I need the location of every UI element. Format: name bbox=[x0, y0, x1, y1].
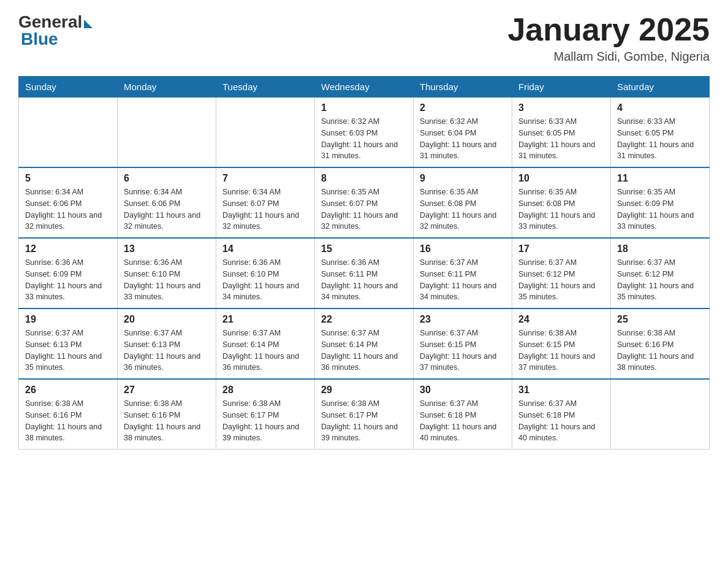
day-number: 18 bbox=[617, 243, 703, 255]
calendar-table: SundayMondayTuesdayWednesdayThursdayFrid… bbox=[18, 76, 710, 450]
day-number: 30 bbox=[420, 385, 506, 396]
calendar-day-17: 17Sunrise: 6:37 AMSunset: 6:12 PMDayligh… bbox=[512, 238, 611, 308]
weekday-header-thursday: Thursday bbox=[414, 77, 512, 98]
calendar-day-21: 21Sunrise: 6:37 AMSunset: 6:14 PMDayligh… bbox=[216, 308, 315, 379]
calendar-day-23: 23Sunrise: 6:37 AMSunset: 6:15 PMDayligh… bbox=[414, 308, 512, 379]
weekday-header-saturday: Saturday bbox=[611, 77, 710, 98]
calendar-day-14: 14Sunrise: 6:36 AMSunset: 6:10 PMDayligh… bbox=[216, 238, 315, 308]
day-info: Sunrise: 6:35 AMSunset: 6:07 PMDaylight:… bbox=[321, 186, 407, 232]
day-info: Sunrise: 6:33 AMSunset: 6:05 PMDaylight:… bbox=[617, 116, 703, 162]
day-number: 28 bbox=[222, 385, 308, 396]
day-number: 9 bbox=[420, 173, 506, 184]
day-number: 31 bbox=[518, 385, 604, 396]
calendar-day-29: 29Sunrise: 6:38 AMSunset: 6:17 PMDayligh… bbox=[315, 379, 414, 450]
day-info: Sunrise: 6:38 AMSunset: 6:15 PMDaylight:… bbox=[518, 327, 604, 373]
calendar-empty-cell bbox=[216, 98, 315, 168]
day-number: 23 bbox=[420, 314, 506, 325]
day-number: 22 bbox=[321, 314, 407, 325]
calendar-day-15: 15Sunrise: 6:36 AMSunset: 6:11 PMDayligh… bbox=[315, 238, 414, 308]
calendar-day-10: 10Sunrise: 6:35 AMSunset: 6:08 PMDayligh… bbox=[512, 167, 611, 238]
day-info: Sunrise: 6:36 AMSunset: 6:09 PMDaylight:… bbox=[25, 257, 111, 303]
day-info: Sunrise: 6:32 AMSunset: 6:03 PMDaylight:… bbox=[321, 116, 407, 162]
day-info: Sunrise: 6:37 AMSunset: 6:13 PMDaylight:… bbox=[25, 327, 111, 373]
day-info: Sunrise: 6:37 AMSunset: 6:14 PMDaylight:… bbox=[321, 327, 407, 373]
day-info: Sunrise: 6:38 AMSunset: 6:17 PMDaylight:… bbox=[222, 398, 308, 444]
calendar-day-19: 19Sunrise: 6:37 AMSunset: 6:13 PMDayligh… bbox=[19, 308, 118, 379]
calendar-empty-cell bbox=[611, 379, 710, 450]
day-number: 16 bbox=[420, 243, 506, 255]
day-number: 12 bbox=[25, 243, 111, 255]
day-info: Sunrise: 6:37 AMSunset: 6:15 PMDaylight:… bbox=[420, 327, 506, 373]
weekday-header-row: SundayMondayTuesdayWednesdayThursdayFrid… bbox=[19, 77, 710, 98]
day-number: 7 bbox=[222, 173, 308, 184]
calendar-day-5: 5Sunrise: 6:34 AMSunset: 6:06 PMDaylight… bbox=[19, 167, 118, 238]
calendar-day-13: 13Sunrise: 6:36 AMSunset: 6:10 PMDayligh… bbox=[118, 238, 216, 308]
day-info: Sunrise: 6:35 AMSunset: 6:09 PMDaylight:… bbox=[617, 186, 703, 232]
day-info: Sunrise: 6:38 AMSunset: 6:16 PMDaylight:… bbox=[124, 398, 210, 444]
day-number: 19 bbox=[25, 314, 111, 325]
weekday-header-wednesday: Wednesday bbox=[315, 77, 414, 98]
day-number: 21 bbox=[222, 314, 308, 325]
day-info: Sunrise: 6:34 AMSunset: 6:06 PMDaylight:… bbox=[124, 186, 210, 232]
title-section: January 2025 Mallam Sidi, Gombe, Nigeria bbox=[507, 12, 710, 64]
day-info: Sunrise: 6:37 AMSunset: 6:12 PMDaylight:… bbox=[518, 257, 604, 303]
calendar-day-16: 16Sunrise: 6:37 AMSunset: 6:11 PMDayligh… bbox=[414, 238, 512, 308]
weekday-header-friday: Friday bbox=[512, 77, 611, 98]
calendar-day-20: 20Sunrise: 6:37 AMSunset: 6:13 PMDayligh… bbox=[118, 308, 216, 379]
month-title: January 2025 bbox=[507, 12, 710, 47]
calendar-week-row: 5Sunrise: 6:34 AMSunset: 6:06 PMDaylight… bbox=[19, 167, 710, 238]
weekday-header-sunday: Sunday bbox=[19, 77, 118, 98]
day-number: 5 bbox=[25, 173, 111, 184]
page-header: General Blue January 2025 Mallam Sidi, G… bbox=[18, 12, 710, 64]
calendar-day-12: 12Sunrise: 6:36 AMSunset: 6:09 PMDayligh… bbox=[19, 238, 118, 308]
calendar-day-8: 8Sunrise: 6:35 AMSunset: 6:07 PMDaylight… bbox=[315, 167, 414, 238]
logo-arrow-icon bbox=[84, 20, 93, 28]
day-info: Sunrise: 6:34 AMSunset: 6:06 PMDaylight:… bbox=[25, 186, 111, 232]
day-number: 10 bbox=[518, 173, 604, 184]
calendar-day-11: 11Sunrise: 6:35 AMSunset: 6:09 PMDayligh… bbox=[611, 167, 710, 238]
logo-blue-text: Blue bbox=[21, 29, 93, 49]
day-info: Sunrise: 6:38 AMSunset: 6:16 PMDaylight:… bbox=[25, 398, 111, 444]
day-info: Sunrise: 6:37 AMSunset: 6:12 PMDaylight:… bbox=[617, 257, 703, 303]
location: Mallam Sidi, Gombe, Nigeria bbox=[507, 50, 710, 64]
day-number: 20 bbox=[124, 314, 210, 325]
logo: General Blue bbox=[18, 12, 93, 49]
day-info: Sunrise: 6:35 AMSunset: 6:08 PMDaylight:… bbox=[518, 186, 604, 232]
day-number: 1 bbox=[321, 102, 407, 113]
day-info: Sunrise: 6:37 AMSunset: 6:11 PMDaylight:… bbox=[420, 257, 506, 303]
day-info: Sunrise: 6:37 AMSunset: 6:18 PMDaylight:… bbox=[420, 398, 506, 444]
calendar-day-2: 2Sunrise: 6:32 AMSunset: 6:04 PMDaylight… bbox=[414, 98, 512, 168]
calendar-day-4: 4Sunrise: 6:33 AMSunset: 6:05 PMDaylight… bbox=[611, 98, 710, 168]
day-number: 8 bbox=[321, 173, 407, 184]
calendar-day-27: 27Sunrise: 6:38 AMSunset: 6:16 PMDayligh… bbox=[118, 379, 216, 450]
day-info: Sunrise: 6:36 AMSunset: 6:10 PMDaylight:… bbox=[222, 257, 308, 303]
day-info: Sunrise: 6:35 AMSunset: 6:08 PMDaylight:… bbox=[420, 186, 506, 232]
calendar-week-row: 1Sunrise: 6:32 AMSunset: 6:03 PMDaylight… bbox=[19, 98, 710, 168]
day-info: Sunrise: 6:38 AMSunset: 6:16 PMDaylight:… bbox=[617, 327, 703, 373]
calendar-day-22: 22Sunrise: 6:37 AMSunset: 6:14 PMDayligh… bbox=[315, 308, 414, 379]
calendar-day-9: 9Sunrise: 6:35 AMSunset: 6:08 PMDaylight… bbox=[414, 167, 512, 238]
calendar-day-25: 25Sunrise: 6:38 AMSunset: 6:16 PMDayligh… bbox=[611, 308, 710, 379]
day-number: 17 bbox=[518, 243, 604, 255]
calendar-day-30: 30Sunrise: 6:37 AMSunset: 6:18 PMDayligh… bbox=[414, 379, 512, 450]
calendar-day-28: 28Sunrise: 6:38 AMSunset: 6:17 PMDayligh… bbox=[216, 379, 315, 450]
day-number: 6 bbox=[124, 173, 210, 184]
day-info: Sunrise: 6:32 AMSunset: 6:04 PMDaylight:… bbox=[420, 116, 506, 162]
day-info: Sunrise: 6:37 AMSunset: 6:14 PMDaylight:… bbox=[222, 327, 308, 373]
day-info: Sunrise: 6:37 AMSunset: 6:13 PMDaylight:… bbox=[124, 327, 210, 373]
calendar-day-7: 7Sunrise: 6:34 AMSunset: 6:07 PMDaylight… bbox=[216, 167, 315, 238]
calendar-week-row: 26Sunrise: 6:38 AMSunset: 6:16 PMDayligh… bbox=[19, 379, 710, 450]
day-number: 26 bbox=[25, 385, 111, 396]
day-number: 4 bbox=[617, 102, 703, 113]
day-number: 14 bbox=[222, 243, 308, 255]
day-number: 11 bbox=[617, 173, 703, 184]
calendar-empty-cell bbox=[118, 98, 216, 168]
weekday-header-monday: Monday bbox=[118, 77, 216, 98]
day-number: 15 bbox=[321, 243, 407, 255]
calendar-day-26: 26Sunrise: 6:38 AMSunset: 6:16 PMDayligh… bbox=[19, 379, 118, 450]
calendar-day-3: 3Sunrise: 6:33 AMSunset: 6:05 PMDaylight… bbox=[512, 98, 611, 168]
calendar-day-1: 1Sunrise: 6:32 AMSunset: 6:03 PMDaylight… bbox=[315, 98, 414, 168]
calendar-week-row: 12Sunrise: 6:36 AMSunset: 6:09 PMDayligh… bbox=[19, 238, 710, 308]
day-number: 25 bbox=[617, 314, 703, 325]
day-number: 29 bbox=[321, 385, 407, 396]
